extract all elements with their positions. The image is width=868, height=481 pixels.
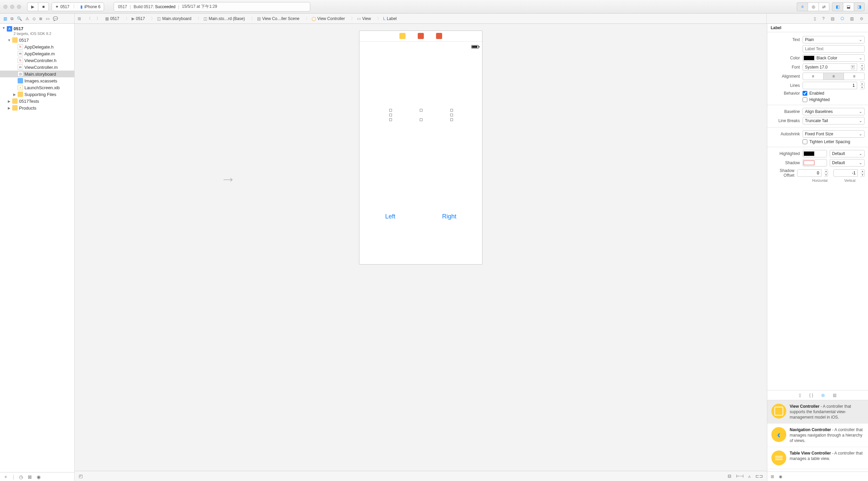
breadcrumb-item[interactable]: 〉◯View Controller [301, 16, 347, 21]
label-text-input[interactable] [803, 45, 865, 53]
toggle-utilities-button[interactable]: ◨ [854, 2, 865, 11]
filter-icon[interactable]: ◉ [37, 474, 41, 480]
report-navigator-icon[interactable]: 💬 [53, 16, 58, 21]
text-mode-select[interactable]: Plain [803, 36, 865, 43]
selected-label[interactable] [375, 109, 467, 121]
code-snippet-library-icon[interactable]: { } [809, 393, 813, 398]
pin-icon[interactable]: ⊢⊣ [736, 474, 744, 479]
outline-toggle-icon[interactable]: ◰ [79, 474, 83, 479]
file-template-library-icon[interactable]: ▯ [799, 393, 801, 398]
view-controller-scene[interactable]: Left Right [359, 31, 482, 265]
project-navigator-icon[interactable]: ▥ [3, 16, 7, 21]
recent-icon[interactable]: ◷ [19, 474, 23, 480]
file-tree-row[interactable]: hViewController.h [0, 57, 74, 64]
exit-icon[interactable] [436, 33, 442, 39]
toggle-navigator-button[interactable]: ◧ [832, 2, 843, 11]
lines-stepper[interactable]: ▲▼ [860, 82, 865, 89]
library-item[interactable]: View Controller - A controller that supp… [767, 400, 868, 424]
align-center-icon[interactable]: ≡ [824, 73, 844, 80]
align-right-icon[interactable]: ≡ [844, 73, 865, 80]
align-left-icon[interactable]: ≡ [803, 73, 824, 80]
library-item[interactable]: Table View Controller - A controller tha… [767, 447, 868, 469]
baseline-select[interactable]: Align Baselines [803, 108, 865, 115]
text-color-select[interactable]: Black Color [803, 54, 865, 62]
filter-library-icon[interactable]: ◉ [779, 474, 782, 479]
first-responder-icon[interactable] [418, 33, 424, 39]
font-stepper[interactable]: ▲▼ [860, 63, 865, 71]
file-tree-row[interactable]: ◫Main.storyboard [0, 71, 74, 77]
find-navigator-icon[interactable]: 🔍 [17, 16, 22, 21]
size-inspector-icon[interactable]: ▥ [850, 16, 854, 21]
linebreaks-select[interactable]: Truncate Tail [803, 117, 865, 124]
font-field[interactable]: System 17.0 T [803, 63, 857, 71]
breadcrumb-item[interactable]: 〉◫Main.storyboard [147, 16, 193, 21]
related-items-icon[interactable]: ⊞ [75, 14, 84, 23]
breadcrumb-item[interactable]: 〉▤View Co…ller Scene [247, 16, 301, 21]
file-tree-row[interactable]: ▼0517 [0, 37, 74, 43]
file-tree-row[interactable]: xLaunchScreen.xib [0, 84, 74, 91]
quick-help-icon[interactable]: ? [822, 16, 825, 21]
breadcrumb-item[interactable]: 〉◫Main.sto…rd (Base) [193, 16, 247, 21]
file-tree-row[interactable]: ▶Products [0, 104, 74, 111]
version-editor-button[interactable]: ⇄ [818, 2, 829, 11]
file-tree-row[interactable]: hAppDelegate.h [0, 43, 74, 50]
resolve-issues-icon[interactable]: ▵ [748, 474, 751, 479]
disclosure-icon[interactable]: ▼ [7, 38, 11, 42]
breakpoint-navigator-icon[interactable]: ▭ [46, 16, 50, 21]
disclosure-icon[interactable]: ▶ [7, 106, 11, 110]
object-library-icon[interactable]: ◎ [821, 393, 825, 398]
breadcrumb-item[interactable]: 〉▶0517 [121, 16, 147, 21]
highlighted-swatch[interactable] [803, 150, 827, 157]
shadow-v-stepper[interactable]: ▲▼ [861, 169, 865, 177]
assistant-editor-button[interactable]: ◎ [808, 2, 818, 11]
file-tree-row[interactable]: mAppDelegate.m [0, 50, 74, 57]
disclosure-icon[interactable]: ▶ [13, 93, 16, 96]
symbol-navigator-icon[interactable]: ⧉ [11, 16, 14, 21]
highlighted-color-select[interactable]: Default [830, 150, 865, 157]
attributes-inspector-icon[interactable]: ⎔ [841, 16, 844, 21]
shadow-h-stepper[interactable]: ▲▼ [824, 169, 828, 177]
file-inspector-icon[interactable]: ▯ [814, 16, 816, 21]
test-navigator-icon[interactable]: ◇ [33, 16, 36, 21]
run-button[interactable]: ▶ [27, 2, 38, 11]
highlighted-checkbox[interactable]: Highlighted [803, 97, 830, 102]
shadow-color-select[interactable]: Default [830, 159, 865, 167]
file-tree-row[interactable]: ▼A05172 targets, iOS SDK 8.2 [0, 25, 74, 37]
scm-icon[interactable]: ⊠ [28, 474, 32, 480]
shadow-offset-v-input[interactable] [833, 169, 858, 177]
forward-button[interactable]: 〉 [94, 14, 103, 23]
lines-input[interactable] [803, 82, 857, 89]
shadow-offset-h-input[interactable] [797, 169, 822, 177]
file-tree-row[interactable]: ▶Supporting Files [0, 91, 74, 98]
resizing-icon[interactable]: ⊏⊐ [755, 474, 763, 479]
close-window-icon[interactable] [3, 5, 7, 9]
disclosure-icon[interactable]: ▶ [7, 99, 11, 103]
alignment-segment[interactable]: ≡ ≡ ≡ [803, 73, 865, 80]
identity-inspector-icon[interactable]: ▤ [831, 16, 834, 21]
grid-view-icon[interactable]: ⊞ [771, 474, 774, 479]
stop-button[interactable]: ■ [38, 2, 49, 11]
tighten-checkbox[interactable]: Tighten Letter Spacing [803, 139, 850, 144]
font-picker-icon[interactable]: T [851, 65, 855, 69]
media-library-icon[interactable]: ▥ [833, 393, 836, 398]
storyboard-canvas[interactable]: → Left Right ◰ ⊟ ⊢⊣ ▵ ⊏ [75, 24, 767, 481]
file-tree-row[interactable]: mViewController.m [0, 64, 74, 71]
zoom-window-icon[interactable] [17, 5, 21, 9]
minimize-window-icon[interactable] [10, 5, 14, 9]
library-item[interactable]: Navigation Controller - A controller tha… [767, 424, 868, 447]
breadcrumb-item[interactable]: 〉▭View [347, 16, 373, 21]
enabled-checkbox[interactable]: Enabled [803, 91, 824, 96]
scheme-selector[interactable]: ✦0517 〉 ▮iPhone 6 [52, 2, 104, 11]
left-button[interactable]: Left [385, 213, 395, 220]
issue-navigator-icon[interactable]: ⚠ [25, 16, 29, 21]
disclosure-icon[interactable]: ▼ [2, 26, 5, 30]
toggle-debug-button[interactable]: ⬓ [843, 2, 854, 11]
standard-editor-button[interactable]: ≡ [797, 2, 808, 11]
right-button[interactable]: Right [442, 213, 456, 220]
view-controller-icon[interactable] [399, 33, 406, 39]
shadow-swatch[interactable] [803, 159, 827, 167]
connections-inspector-icon[interactable]: ⊝ [860, 16, 863, 21]
align-icon[interactable]: ⊟ [728, 474, 731, 479]
breadcrumb-item[interactable]: 〉LLabel [373, 16, 399, 21]
back-button[interactable]: 〈 [84, 14, 94, 23]
